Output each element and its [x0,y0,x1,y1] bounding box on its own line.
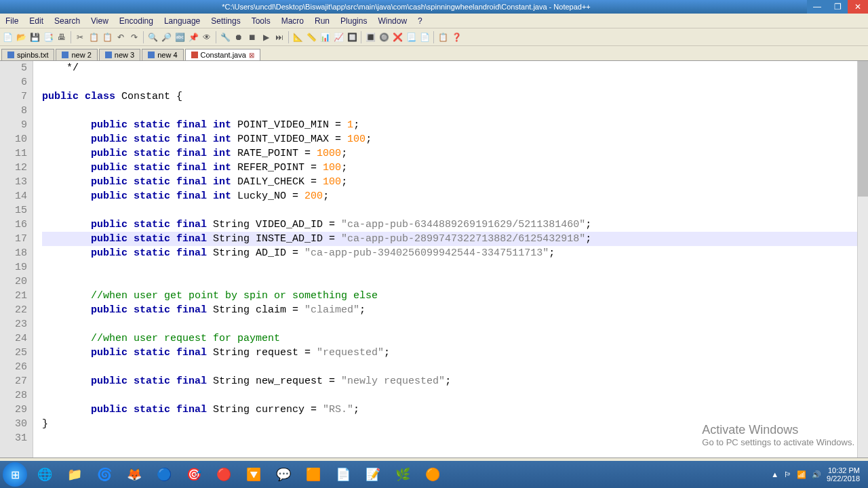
toolbar-btn-13[interactable]: 📌 [187,31,199,43]
code-line[interactable]: public class Constant { [42,89,857,104]
toolbar-btn-23[interactable]: 📈 [332,31,344,43]
menu-plugins[interactable]: Plugins [335,16,372,26]
toolbar-btn-16[interactable]: ⏺ [233,31,245,43]
toolbar-btn-1[interactable]: 📂 [15,31,27,43]
code-line[interactable]: public static final String request = "re… [42,346,857,360]
tab-new-4[interactable]: new 4 [142,49,183,60]
code-line[interactable]: public static final String INSTE_AD_ID =… [42,232,857,246]
taskbar-app-6[interactable]: 🔴 [210,464,237,485]
code-line[interactable]: */ [42,61,857,75]
toolbar-btn-22[interactable]: 📊 [319,31,331,43]
close-button[interactable]: ✕ [848,0,868,14]
taskbar-app-2[interactable]: 🌀 [91,464,118,485]
menu-window[interactable]: Window [372,16,412,26]
code-line[interactable] [42,260,857,274]
toolbar-btn-8[interactable]: ↶ [115,31,127,43]
toolbar-btn-9[interactable]: ↷ [128,31,140,43]
code-line[interactable]: public static final String new_request =… [42,374,857,388]
code-line[interactable] [42,360,857,374]
code-line[interactable]: public static final String VIDEO_AD_ID =… [42,218,857,232]
toolbar-btn-6[interactable]: 📋 [87,31,100,43]
code-line[interactable]: public static final int Lucky_NO = 200; [42,189,857,203]
code-line[interactable]: public static final int RATE_POINT = 100… [42,146,857,161]
taskbar-app-1[interactable]: 📁 [61,464,88,485]
toolbar-btn-25[interactable]: 🔳 [364,31,376,43]
maximize-button[interactable]: ❐ [827,0,848,14]
toolbar-btn-11[interactable]: 🔎 [160,31,172,43]
fold-margin[interactable] [33,61,39,458]
tab-new-2[interactable]: new 2 [56,49,97,60]
tab-spinbs-txt[interactable]: spinbs.txt [1,49,54,60]
menu-encoding[interactable]: Encoding [114,16,159,26]
menu-search[interactable]: Search [49,16,85,26]
code-line[interactable] [42,104,857,118]
toolbar-btn-24[interactable]: 🔲 [346,31,358,43]
toolbar-btn-29[interactable]: 📄 [418,31,431,43]
menu-settings[interactable]: Settings [205,16,245,26]
toolbar-btn-18[interactable]: ▶ [260,31,272,43]
menu-view[interactable]: View [85,16,114,26]
toolbar-btn-21[interactable]: 📏 [305,31,317,43]
menu-run[interactable]: Run [309,16,335,26]
taskbar-app-10[interactable]: 📄 [330,464,357,485]
tab-constant-java[interactable]: Constant.java⊠ [185,49,260,60]
scrollbar-thumb[interactable] [858,61,868,197]
taskbar-app-9[interactable]: 🟧 [300,464,327,485]
toolbar-btn-12[interactable]: 🔤 [174,31,186,43]
code-line[interactable] [42,274,857,289]
toolbar-btn-27[interactable]: ❌ [391,31,403,43]
tray-volume-icon[interactable]: 🔊 [812,470,821,479]
code-line[interactable]: public static final int REFER_POINT = 10… [42,161,857,175]
menu-macro[interactable]: Macro [276,16,309,26]
toolbar-btn-5[interactable]: ✂ [74,31,86,43]
code-line[interactable]: public static final String claim = "clai… [42,303,857,317]
toolbar-btn-14[interactable]: 👁 [201,31,213,43]
taskbar-app-13[interactable]: 🟠 [419,464,446,485]
taskbar-app-12[interactable]: 🌿 [389,464,416,485]
toolbar-btn-7[interactable]: 📋 [101,31,113,43]
code-line[interactable] [42,75,857,89]
taskbar-app-8[interactable]: 💬 [270,464,297,485]
tray-up-icon[interactable]: ▲ [771,470,778,479]
taskbar-app-7[interactable]: 🔽 [240,464,267,485]
code-line[interactable] [42,388,857,403]
tab-new-3[interactable]: new 3 [99,49,140,60]
vertical-scrollbar[interactable] [857,61,868,458]
menu-file[interactable]: File [0,16,24,26]
toolbar-btn-4[interactable]: 🖶 [56,31,68,43]
toolbar-btn-26[interactable]: 🔘 [378,31,390,43]
taskbar-app-3[interactable]: 🦊 [121,464,148,485]
system-tray[interactable]: ▲ 🏳 📶 🔊 10:32 PM 9/22/2018 [771,466,865,483]
toolbar-btn-30[interactable]: 📋 [437,31,449,43]
tab-close-icon[interactable]: ⊠ [249,52,254,59]
menu-tools[interactable]: Tools [246,16,276,26]
toolbar-btn-10[interactable]: 🔍 [146,31,159,43]
code-line[interactable] [42,317,857,331]
code-line[interactable]: public static final String AD_ID = "ca-a… [42,246,857,260]
taskbar-app-4[interactable]: 🔵 [151,464,178,485]
start-button[interactable]: ⊞ [3,462,27,487]
toolbar-btn-28[interactable]: 📃 [405,31,417,43]
taskbar-app-5[interactable]: 🎯 [180,464,208,485]
code-line[interactable]: public static final int DAILY_CHECK = 10… [42,175,857,189]
tray-flag-icon[interactable]: 🏳 [784,470,791,479]
taskbar-app-11[interactable]: 📝 [359,464,387,485]
toolbar-btn-0[interactable]: 📄 [1,31,14,43]
toolbar-btn-19[interactable]: ⏭ [273,31,285,43]
toolbar-btn-31[interactable]: ❓ [450,31,462,43]
taskbar-app-0[interactable]: 🌐 [31,464,58,485]
code-line[interactable]: //when user request for payment [42,331,857,346]
code-line[interactable]: public static final int POINT_VIDEO_MAX … [42,132,857,146]
code-content[interactable]: */public class Constant { public static … [39,61,857,458]
code-line[interactable]: public static final String currency = "R… [42,403,857,417]
menu-language[interactable]: Language [159,16,205,26]
menu-edit[interactable]: Edit [24,16,49,26]
code-line[interactable] [42,203,857,218]
toolbar-btn-17[interactable]: ⏹ [246,31,258,43]
toolbar-btn-2[interactable]: 💾 [28,31,41,43]
toolbar-btn-20[interactable]: 📐 [292,31,304,43]
toolbar-btn-3[interactable]: 📑 [42,31,54,43]
toolbar-btn-15[interactable]: 🔧 [219,31,231,43]
code-line[interactable]: //when user get point by spin or somethi… [42,289,857,303]
menu-help[interactable]: ? [412,16,428,26]
